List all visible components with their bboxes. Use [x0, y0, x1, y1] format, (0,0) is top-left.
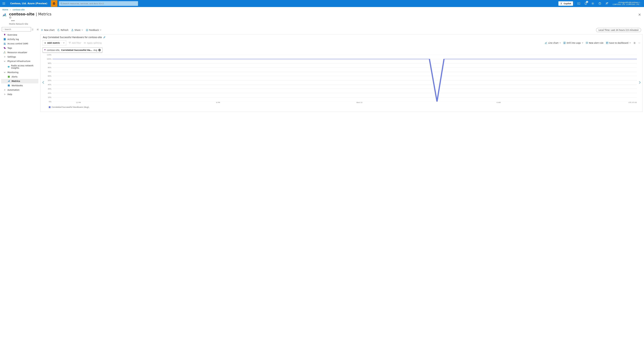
page-subtitle: Mobile Network Site [9, 23, 54, 25]
y-tick-label: 70% [48, 71, 51, 73]
sidebar-item-radio-access-network-insights[interactable]: Radio access network insights [1, 63, 38, 70]
chevron-left-icon [42, 81, 44, 84]
chevron-down-icon [63, 43, 64, 43]
pin-icon [44, 49, 46, 51]
apply-splitting-button[interactable]: Apply splitting [84, 42, 102, 44]
save-dashboard-button[interactable]: Save to dashboard [606, 42, 631, 44]
new-chart-button[interactable]: New chart [41, 29, 54, 31]
sidebar-item-help[interactable]: Help [1, 92, 38, 97]
favorite-button[interactable] [9, 16, 54, 19]
cloud-shell-button[interactable] [576, 0, 582, 7]
tag-icon [3, 47, 6, 49]
search-icon [3, 29, 3, 30]
chart-settings-button[interactable] [634, 42, 636, 44]
feedback-label: Feedback [89, 29, 99, 31]
share-button[interactable]: Share [71, 29, 83, 31]
time-range-button[interactable]: Local Time: Last 24 hours (15 minutes) [596, 28, 641, 32]
x-tick-label: 6 PM [216, 102, 220, 104]
help-icon [598, 2, 601, 5]
add-metric-button[interactable]: Add metric [42, 41, 66, 45]
add-filter-button[interactable]: Add filter [69, 42, 81, 44]
chart-next-button[interactable] [638, 54, 642, 111]
copilot-button[interactable]: Copilot [558, 1, 573, 6]
x-tick-label: Wed 15 [356, 102, 362, 104]
chart-title-row: Avg Correlated Successful Handovers for … [40, 34, 642, 40]
sidebar-item-metrics[interactable]: Metrics [1, 79, 38, 83]
metric-chip[interactable]: contoso-site, Correlated Successful Ha… … [42, 48, 102, 53]
sidebar-item-physical-infrastructure[interactable]: Physical infrastructure [1, 59, 38, 63]
sidebar-item-label: Help [8, 93, 12, 96]
close-blade-button[interactable] [638, 14, 641, 16]
logs-icon [564, 42, 566, 44]
brand-title[interactable]: Contoso, Ltd. Azure (Preview) [8, 2, 50, 5]
breadcrumb: Home › contoso-site [0, 7, 644, 12]
line-chart-icon [545, 42, 547, 44]
sidebar-search-input[interactable] [4, 28, 30, 31]
help-button[interactable] [596, 0, 603, 7]
svg-rect-18 [8, 85, 10, 86]
cloud-shell-icon [578, 3, 580, 5]
sidebar-nav: OverviewActivity logAccess control (IAM)… [1, 32, 38, 97]
sidebar-item-settings[interactable]: Settings [1, 55, 38, 59]
sidebar-collapse-button[interactable] [37, 29, 39, 31]
alert-icon [8, 76, 10, 78]
refresh-button[interactable]: Refresh [57, 29, 68, 31]
chart-plot[interactable]: 110%100%90%80%70%60%50%40%30%20%10%0% [52, 55, 637, 102]
svg-point-7 [4, 16, 5, 16]
sidebar-item-access-control-iam-[interactable]: Access control (IAM) [1, 42, 38, 46]
svg-point-13 [4, 48, 4, 48]
svg-point-3 [592, 3, 593, 4]
svg-point-12 [5, 43, 6, 44]
expand-icon [32, 29, 33, 31]
settings-button[interactable] [590, 0, 596, 7]
global-search-box[interactable] [59, 1, 138, 6]
chart-prev-button[interactable] [42, 54, 45, 111]
copilot-label: Copilot [564, 3, 571, 5]
sidebar-item-label: Overview [8, 34, 17, 36]
sidebar-item-workbooks[interactable]: Workbooks [1, 83, 38, 88]
refresh-label: Refresh [60, 29, 68, 31]
new-alert-button[interactable]: New alert rule [586, 42, 604, 44]
sidebar-item-monitoring[interactable]: Monitoring [1, 70, 38, 75]
breadcrumb-home[interactable]: Home [2, 9, 8, 11]
sidebar-search[interactable] [2, 27, 31, 32]
svg-point-1 [61, 3, 62, 4]
preview-bug-button[interactable] [51, 0, 57, 7]
notifications-button[interactable]: 1 [582, 0, 589, 7]
sidebar-item-automation[interactable]: Automation [1, 88, 38, 92]
feedback-top-button[interactable] [604, 0, 610, 7]
resource-name: contoso-site [9, 12, 34, 16]
sidebar-item-activity-log[interactable]: Activity log [1, 37, 38, 42]
edit-title-button[interactable] [103, 36, 106, 38]
account-menu[interactable]: chrisqpublic@contoso.c... CONTOSO, LTD. … [611, 2, 644, 6]
y-tick-label: 60% [48, 75, 51, 77]
chevron-down-icon [560, 43, 561, 43]
drill-logs-label: Drill into Logs [566, 42, 580, 44]
chart-more-button[interactable]: ⋯ [638, 42, 640, 44]
chip-remove-button[interactable]: ✕ [98, 49, 101, 51]
sidebar-item-tags[interactable]: Tags [1, 46, 38, 50]
sidebar-item-resource-visualizer[interactable]: Resource visualizer [1, 50, 38, 55]
drill-logs-button[interactable]: Drill into Logs [564, 42, 583, 44]
account-email: chrisqpublic@contoso.c... [613, 2, 641, 4]
more-button[interactable]: ⋯ [11, 19, 15, 23]
sidebar-item-alerts[interactable]: Alerts [1, 75, 38, 79]
y-tick-label: 80% [48, 67, 51, 69]
global-search-input[interactable] [62, 2, 136, 5]
hamburger-icon [2, 3, 5, 5]
breadcrumb-item[interactable]: contoso-site [12, 9, 25, 11]
y-tick-label: 0% [49, 101, 51, 103]
feedback-button[interactable]: Feedback [86, 29, 102, 31]
filter-icon [69, 42, 71, 44]
hamburger-button[interactable] [0, 0, 7, 7]
apply-splitting-label: Apply splitting [87, 42, 102, 44]
metrics-icon [8, 80, 10, 82]
chart-type-button[interactable]: Line chart [545, 42, 561, 44]
chevron-down-icon [3, 61, 6, 62]
sidebar-item-overview[interactable]: Overview [1, 33, 38, 37]
add-metric-dropdown[interactable] [62, 43, 64, 43]
sidebar-expand-button[interactable] [32, 29, 33, 31]
chart-type-label: Line chart [548, 42, 558, 44]
log-icon [3, 38, 6, 41]
y-tick-label: 30% [48, 88, 51, 90]
